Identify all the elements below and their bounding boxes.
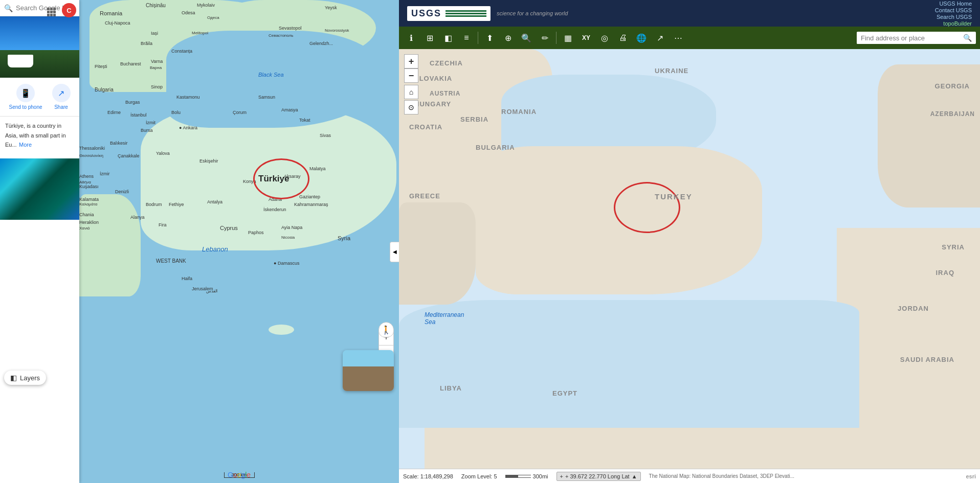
usgs-zoom-in-button[interactable]: +	[404, 54, 418, 68]
toolbar-list-button[interactable]: ≡	[458, 30, 475, 46]
usgs-map[interactable]: CZECHIA SLOVAKIA UKRAINE HUNGARY CROATIA…	[399, 49, 980, 469]
pegman-button[interactable]: 🚶	[378, 322, 394, 337]
usgs-contact-link[interactable]: Contact USGS	[935, 7, 972, 13]
usgs-locate-button[interactable]: ⊙	[404, 100, 418, 114]
toolbar-globe-button[interactable]: 🌐	[633, 30, 650, 46]
usgs-zoom-out-button[interactable]: −	[404, 68, 418, 83]
label-ankara: ● Ankara	[179, 125, 197, 130]
toolbar-gps-button[interactable]: ◎	[596, 30, 613, 46]
share-button[interactable]: ↗ Share	[52, 84, 71, 110]
cyprus-land	[269, 325, 294, 335]
label-jer-ar: القدس	[206, 289, 217, 293]
label-pitesti: Pitești	[95, 64, 107, 69]
label-ayin: Ayia Napa	[281, 225, 302, 230]
google-map-background[interactable]: Romania Chișinău Mykolaiv Odesa Одеса Cl…	[79, 0, 399, 483]
toolbar-search2-button[interactable]: 🔍	[518, 30, 534, 46]
usgs-search-input[interactable]	[857, 32, 959, 44]
label-cyprus: Cyprus	[220, 225, 238, 231]
label-bolu: Bolu	[171, 110, 181, 115]
usgs-home-link[interactable]: USGS Home	[939, 1, 972, 7]
collapse-sidebar-button[interactable]: ◀	[390, 242, 399, 262]
usgs-attribution: The National Map: National Boundaries Da…	[649, 473, 794, 479]
phone-icon: 📱	[16, 84, 35, 102]
toolbar-crosshair-button[interactable]: ⊕	[500, 30, 516, 46]
usgs-label-azerbaijan: AZERBAIJAN	[930, 110, 975, 118]
label-damascus: ● Damascus	[274, 261, 299, 266]
label-antalya: Antalya	[207, 199, 222, 204]
label-romania: Romania	[100, 10, 122, 16]
thumbnail-image-pool	[0, 158, 79, 220]
usgs-topo-link[interactable]: topoBuilder	[943, 20, 972, 27]
usgs-label-syria: SYRIA	[942, 243, 965, 251]
usgs-label-egypt: EGYPT	[552, 389, 577, 397]
usgs-logo-text: USGS	[411, 8, 441, 19]
usgs-home-button[interactable]: ⌂	[404, 85, 418, 99]
toolbar-grid-button[interactable]: ⊞	[421, 30, 438, 46]
label-tokat: Tokat	[299, 118, 310, 123]
google-map: Romania Chișinău Mykolaiv Odesa Одеса Cl…	[79, 0, 399, 483]
usgs-label-jordan: JORDAN	[898, 305, 929, 312]
top-thumbnail	[0, 16, 79, 78]
usgs-esri-logo: esri	[966, 473, 976, 479]
send-to-phone-label: Send to phone	[9, 104, 42, 110]
greece-usgs	[399, 202, 476, 305]
svg-rect-4	[50, 11, 53, 13]
search-button[interactable]: 🔍	[4, 4, 13, 12]
toolbar-upload-button[interactable]: ⬆	[481, 30, 498, 46]
label-iasi: Iași	[151, 31, 158, 36]
label-sevastopol: Sevastopol	[279, 26, 302, 31]
layers-button[interactable]: ◧ Layers	[4, 371, 46, 385]
toolbar-layers-button[interactable]: ◧	[440, 30, 456, 46]
coord-plus-icon: +	[560, 473, 563, 479]
label-nicosia: Nicosia	[281, 235, 295, 240]
send-to-phone-button[interactable]: 📱 Send to phone	[9, 84, 42, 110]
apps-grid-icon[interactable]	[43, 4, 59, 19]
label-athens: Athens	[79, 174, 94, 179]
toolbar-more-button[interactable]: ⋯	[670, 30, 686, 46]
usgs-logo-lines	[446, 10, 486, 17]
usgs-label-hungary: HUNGARY	[414, 100, 451, 108]
label-melitopol: Melitopol	[192, 31, 208, 35]
usgs-label-serbia: SERBIA	[460, 116, 488, 123]
usgs-topbar: USGS science for a changing world USGS H…	[399, 0, 980, 27]
user-avatar[interactable]: C	[62, 3, 76, 17]
scale-bar-visual	[505, 475, 531, 478]
usgs-label-turkey: TURKEY	[655, 192, 693, 201]
label-novorossiysk: Novorossiysk	[325, 28, 349, 33]
svg-rect-3	[47, 11, 50, 13]
more-link[interactable]: More	[19, 142, 32, 148]
toolbar-terrain-button[interactable]: ▦	[560, 30, 576, 46]
toolbar-arrow-button[interactable]: ↗	[652, 30, 668, 46]
label-yeysk: Yeysk	[325, 5, 337, 10]
svg-rect-6	[47, 14, 50, 16]
street-view-thumbnail[interactable]	[343, 350, 394, 391]
label-haifa: Haifa	[182, 276, 192, 281]
usgs-scale-text: Scale: 1:18,489,298	[403, 473, 453, 479]
toolbar-info-button[interactable]: ℹ	[403, 30, 419, 46]
toolbar-edit-button[interactable]: ✏	[537, 30, 553, 46]
label-bursa: Bursa	[141, 128, 153, 133]
usgs-search-button[interactable]: 🔍	[959, 32, 976, 44]
usgs-label-slovakia: SLOVAKIA	[414, 75, 452, 82]
label-iskenderun: İskenderun	[263, 207, 286, 212]
google-maps-sidebar: 🔍 ✕ 📱 Send to phone ↗ Share Türkiye, is …	[0, 0, 79, 483]
label-izmit: İzmit	[146, 120, 155, 125]
usgs-label-czechia: CZECHIA	[430, 59, 463, 67]
usgs-label-greece: GREECE	[409, 192, 440, 200]
usgs-label-libya: LIBYA	[440, 384, 462, 392]
label-odesa-cyrillic: Одеса	[207, 15, 219, 20]
label-amasya: Amasya	[281, 107, 298, 112]
usgs-search-link[interactable]: Search USGS	[937, 14, 972, 20]
info-text: Türkiye, is a country in Asia, with a sm…	[5, 123, 66, 148]
label-kalamata: Kalamata	[79, 197, 99, 202]
usgs-logo-line2	[446, 13, 486, 14]
usgs-label-croatia: CROATIA	[409, 123, 442, 131]
label-yalova: Yalova	[156, 151, 170, 156]
toolbar-xy-button[interactable]: XY	[578, 30, 594, 46]
toolbar-print-button[interactable]: 🖨	[615, 30, 631, 46]
usgs-map-background: CZECHIA SLOVAKIA UKRAINE HUNGARY CROATIA…	[399, 49, 980, 469]
share-label: Share	[54, 104, 68, 110]
usgs-label-romania: ROMANIA	[501, 108, 537, 116]
thumbnail-image-boat	[0, 16, 79, 78]
usgs-nav-links: USGS Home Contact USGS Search USGS topoB…	[935, 1, 972, 27]
